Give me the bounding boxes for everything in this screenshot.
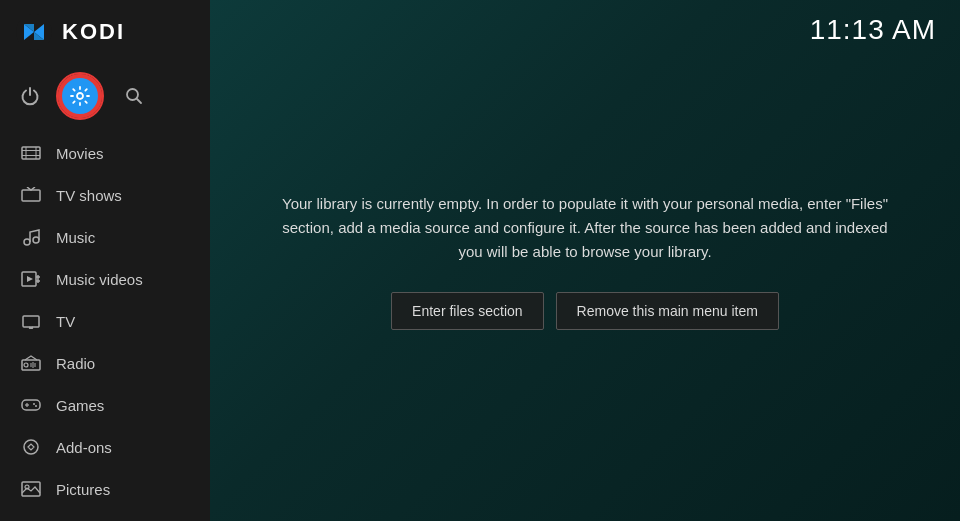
tv-shows-icon — [20, 184, 42, 206]
remove-menu-item-button[interactable]: Remove this main menu item — [556, 292, 779, 330]
svg-point-5 — [77, 93, 83, 99]
pictures-label: Pictures — [56, 481, 110, 498]
sidebar-item-movies[interactable]: Movies — [0, 132, 210, 174]
games-label: Games — [56, 397, 104, 414]
sidebar-item-pictures[interactable]: Pictures — [0, 468, 210, 510]
radio-icon — [20, 352, 42, 374]
music-videos-icon — [20, 268, 42, 290]
svg-point-13 — [24, 239, 30, 245]
enter-files-button[interactable]: Enter files section — [391, 292, 544, 330]
svg-rect-28 — [22, 400, 40, 410]
kodi-logo-icon — [16, 14, 52, 50]
svg-rect-12 — [22, 190, 40, 201]
svg-point-32 — [35, 405, 37, 407]
sidebar-item-radio[interactable]: Radio — [0, 342, 210, 384]
power-button[interactable] — [16, 82, 44, 110]
add-ons-icon — [20, 436, 42, 458]
movies-label: Movies — [56, 145, 104, 162]
sidebar-item-tv[interactable]: TV — [0, 300, 210, 342]
svg-point-31 — [33, 403, 35, 405]
action-buttons: Enter files section Remove this main men… — [391, 292, 779, 330]
music-icon — [20, 226, 42, 248]
music-videos-label: Music videos — [56, 271, 143, 288]
svg-marker-16 — [27, 276, 33, 282]
sidebar-item-add-ons[interactable]: Add-ons — [0, 426, 210, 468]
music-label: Music — [56, 229, 95, 246]
sidebar-item-tv-shows[interactable]: TV shows — [0, 174, 210, 216]
movies-icon — [20, 142, 42, 164]
svg-rect-20 — [23, 316, 39, 327]
add-ons-label: Add-ons — [56, 439, 112, 456]
library-empty-state: Your library is currently empty. In orde… — [210, 0, 960, 521]
radio-label: Radio — [56, 355, 95, 372]
settings-button-wrapper[interactable] — [56, 72, 104, 120]
svg-point-24 — [24, 363, 28, 367]
svg-point-33 — [24, 440, 38, 454]
main-content: 11:13 AM Your library is currently empty… — [210, 0, 960, 521]
sidebar-item-music[interactable]: Music — [0, 216, 210, 258]
clock: 11:13 AM — [810, 14, 936, 46]
sidebar: KODI — [0, 0, 210, 521]
search-button[interactable] — [120, 82, 148, 110]
sidebar-nav: Movies TV shows Music — [0, 132, 210, 521]
svg-point-6 — [127, 89, 138, 100]
app-header: KODI — [0, 0, 210, 64]
tv-shows-label: TV shows — [56, 187, 122, 204]
tv-label: TV — [56, 313, 75, 330]
sidebar-item-music-videos[interactable]: Music videos — [0, 258, 210, 300]
games-icon — [20, 394, 42, 416]
settings-button[interactable] — [60, 76, 100, 116]
tv-icon — [20, 310, 42, 332]
svg-point-14 — [33, 237, 39, 243]
top-controls — [0, 64, 210, 132]
svg-rect-7 — [22, 147, 40, 159]
pictures-icon — [20, 478, 42, 500]
sidebar-item-games[interactable]: Games — [0, 384, 210, 426]
library-empty-message: Your library is currently empty. In orde… — [270, 192, 900, 264]
app-title: KODI — [62, 19, 125, 45]
